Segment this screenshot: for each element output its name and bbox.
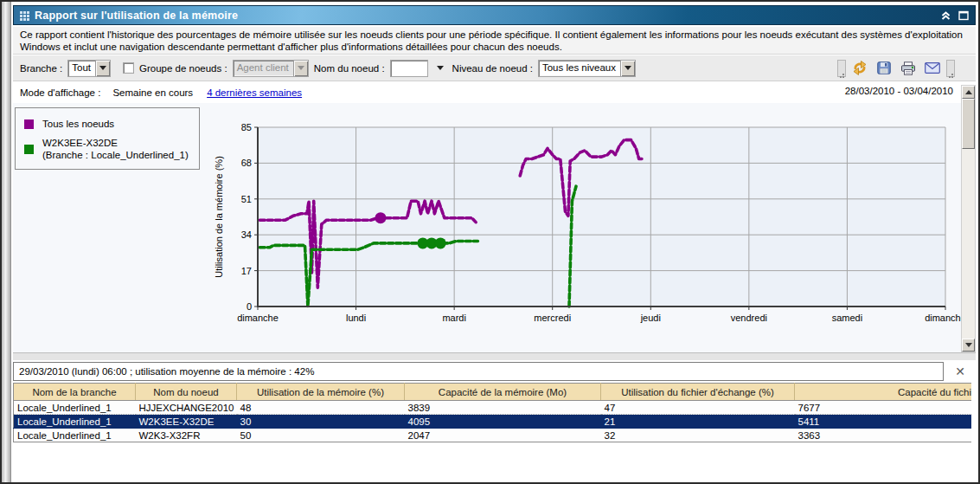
table-cell[interactable]: 32 xyxy=(601,429,795,442)
table-cell[interactable]: 2047 xyxy=(405,429,601,442)
node-table: Nom de la brancheNom du noeudUtilisation… xyxy=(13,383,971,442)
legend-item-node: W2K3EE-X32DE (Branche : Locale_Underline… xyxy=(24,137,189,161)
title-bar: Rapport sur l'utilisation de la mémoire xyxy=(13,5,976,25)
chart-region: Tous les noeuds W2K3EE-X32DE (Branche : … xyxy=(13,103,976,352)
table-cell[interactable]: 4095 xyxy=(405,415,601,429)
column-header[interactable]: Nom de la branche xyxy=(14,384,136,401)
legend-label: W2K3EE-X32DE xyxy=(42,138,118,148)
mode-last-4-weeks-link[interactable]: 4 dernières semaines xyxy=(207,87,302,98)
svg-text:68: 68 xyxy=(241,158,252,168)
chevron-down-icon[interactable] xyxy=(620,61,635,76)
tooltip-text: 29/03/2010 (lundi) 06:00 ; utilisation m… xyxy=(19,366,314,377)
collapse-icon[interactable] xyxy=(940,10,951,21)
svg-text:dimanche: dimanche xyxy=(237,313,279,323)
chart-vertical-scrollbar[interactable] xyxy=(961,85,976,352)
nom-du-noeud-input[interactable] xyxy=(390,60,428,77)
window-title: Rapport sur l'utilisation de la mémoire xyxy=(35,10,238,22)
table-cell[interactable]: W2K3-X32FR xyxy=(136,429,237,442)
niveau-value: Tous les niveaux xyxy=(539,61,620,76)
svg-text:jeudi: jeudi xyxy=(640,313,661,323)
toolbar-grip[interactable] xyxy=(946,60,955,77)
report-content: Rapport sur l'utilisation de la mémoire … xyxy=(11,2,978,482)
table-cell[interactable]: 48 xyxy=(237,401,405,415)
chevron-down-icon xyxy=(293,61,308,76)
nom-label: Nom du noeud : xyxy=(314,63,385,74)
usage-chart[interactable]: 01734516885dimanchelundimardimercredijeu… xyxy=(212,109,970,331)
table-row[interactable]: Locale_Underlined_1W2K3EE-X32DE304095215… xyxy=(14,415,972,429)
svg-text:vendredi: vendredi xyxy=(731,313,767,323)
table-cell[interactable]: 3839 xyxy=(405,401,601,415)
report-description: Ce rapport contient l'historique des pou… xyxy=(13,27,976,55)
scroll-down-icon[interactable] xyxy=(962,339,975,352)
table-header-row: Nom de la brancheNom du noeudUtilisation… xyxy=(14,384,972,401)
svg-text:34: 34 xyxy=(241,229,252,240)
left-splitter[interactable] xyxy=(2,2,11,482)
legend-item-all-nodes: Tous les noeuds xyxy=(24,118,189,130)
svg-text:Utilisation de la mémoire (%): Utilisation de la mémoire (%) xyxy=(214,156,224,278)
svg-text:samedi: samedi xyxy=(832,313,862,323)
column-header[interactable]: Nom du noeud xyxy=(136,384,237,401)
table-cell[interactable]: 7677 xyxy=(795,401,972,415)
svg-text:85: 85 xyxy=(241,122,252,132)
svg-text:dimanche: dimanche xyxy=(925,313,966,323)
node-table-wrap: Nom de la brancheNom du noeudUtilisation… xyxy=(13,383,971,442)
panel-divider xyxy=(13,352,976,361)
grip-icon xyxy=(20,11,22,14)
column-header[interactable]: Capacité du fichier d'échange (Mo) xyxy=(795,384,972,401)
table-cell[interactable]: 5411 xyxy=(795,415,972,429)
filter-toolbar: Branche : Tout Groupe de noeuds : Agent … xyxy=(13,55,976,81)
scrollbar-thumb[interactable] xyxy=(962,99,975,149)
chevron-down-icon[interactable] xyxy=(95,61,110,76)
branche-label: Branche : xyxy=(20,63,62,74)
svg-text:17: 17 xyxy=(241,266,252,276)
restore-icon[interactable] xyxy=(958,10,969,21)
email-icon[interactable] xyxy=(922,59,943,78)
svg-text:0: 0 xyxy=(247,301,252,312)
table-cell[interactable]: W2K3EE-X32DE xyxy=(136,415,237,429)
node-history-dropdown-icon[interactable] xyxy=(437,66,444,70)
branche-select[interactable]: Tout xyxy=(67,60,111,77)
chart-legend: Tous les noeuds W2K3EE-X32DE (Branche : … xyxy=(15,107,200,170)
table-cell[interactable]: 47 xyxy=(601,401,795,415)
table-cell[interactable]: 21 xyxy=(601,415,795,429)
table-cell[interactable]: 30 xyxy=(237,415,405,429)
refresh-icon[interactable] xyxy=(849,59,870,78)
legend-label: Tous les noeuds xyxy=(42,118,114,130)
mode-current-week: Semaine en cours xyxy=(112,87,193,98)
column-header[interactable]: Utilisation du fichier d'échange (%) xyxy=(601,384,795,401)
table-cell[interactable]: Locale_Underlined_1 xyxy=(14,415,136,429)
legend-swatch-green xyxy=(24,145,34,154)
display-mode-row: Mode d'affichage : Semaine en cours 4 de… xyxy=(13,81,976,103)
date-range: 28/03/2010 - 03/04/2010 xyxy=(845,86,953,96)
display-mode-label: Mode d'affichage : xyxy=(20,87,100,98)
groupe-checkbox[interactable] xyxy=(123,62,134,74)
legend-swatch-purple xyxy=(24,119,34,129)
groupe-value: Agent client xyxy=(234,61,293,76)
groupe-select: Agent client xyxy=(233,60,309,77)
table-row[interactable]: Locale_Underlined_1W2K3-X32FR50204732336… xyxy=(14,429,972,442)
table-cell[interactable]: Locale_Underlined_1 xyxy=(14,401,136,415)
legend-sublabel: (Branche : Locale_Underlined_1) xyxy=(42,150,189,160)
close-icon[interactable]: ✕ xyxy=(955,364,965,379)
svg-text:lundi: lundi xyxy=(346,313,366,323)
datapoint-tooltip-bar: 29/03/2010 (lundi) 06:00 ; utilisation m… xyxy=(13,362,944,381)
niveau-label: Niveau de noeud : xyxy=(452,63,533,74)
table-cell[interactable]: HJJEXCHANGE2010 xyxy=(136,401,237,415)
save-icon[interactable] xyxy=(874,59,894,78)
action-toolbar xyxy=(837,59,955,78)
table-cell[interactable]: Locale_Underlined_1 xyxy=(14,429,136,442)
report-window: Rapport sur l'utilisation de la mémoire … xyxy=(0,0,980,484)
niveau-select[interactable]: Tous les niveaux xyxy=(538,60,636,77)
groupe-label: Groupe de noeuds : xyxy=(139,63,227,74)
svg-text:mercredi: mercredi xyxy=(534,313,571,323)
table-cell[interactable]: 3363 xyxy=(795,429,972,442)
svg-text:51: 51 xyxy=(241,194,252,204)
table-row[interactable]: Locale_Underlined_1HJJEXCHANGE2010483839… xyxy=(14,401,972,415)
print-icon[interactable] xyxy=(898,59,919,78)
toolbar-grip[interactable] xyxy=(837,60,846,77)
column-header[interactable]: Utilisation de la mémoire (%) xyxy=(237,384,405,401)
column-header[interactable]: Capacité de la mémoire (Mo) xyxy=(405,384,601,401)
table-cell[interactable]: 50 xyxy=(237,429,405,442)
svg-text:mardi: mardi xyxy=(442,313,466,323)
scroll-up-icon[interactable] xyxy=(962,86,975,99)
